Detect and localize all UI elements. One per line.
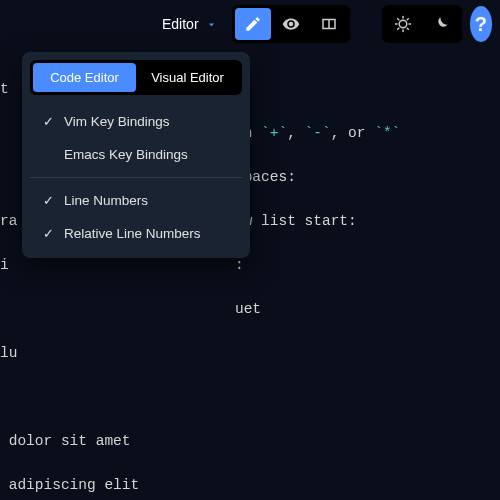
toolbar: Editor ? [0,0,500,48]
check-icon: ✓ [38,226,58,241]
check-icon: ✓ [38,193,58,208]
check-icon: ✓ [38,114,58,129]
tab-visual-editor[interactable]: Visual Editor [136,63,239,92]
split-icon [320,15,338,33]
menu-divider [30,177,242,178]
editor-dropdown-menu: Code Editor Visual Editor ✓ Vim Key Bind… [22,52,250,258]
chevron-down-icon [205,18,218,31]
split-mode-button[interactable] [311,8,347,40]
code-line: lu [0,342,500,364]
menu-item-relative-line-numbers[interactable]: ✓ Relative Line Numbers [30,217,242,250]
editor-mode-label: Editor [162,16,199,32]
view-mode-group [232,5,350,43]
code-line: dolor sit amet [0,430,500,452]
menu-item-emacs[interactable]: Emacs Key Bindings [30,138,242,171]
menu-item-label: Emacs Key Bindings [64,147,188,162]
tab-code-editor[interactable]: Code Editor [33,63,136,92]
sun-icon [394,15,412,33]
code-line: adipiscing elit [0,474,500,496]
dark-theme-button[interactable] [423,8,459,40]
light-theme-button[interactable] [385,8,421,40]
menu-item-vim[interactable]: ✓ Vim Key Bindings [30,105,242,138]
help-icon: ? [475,13,487,36]
menu-item-line-numbers[interactable]: ✓ Line Numbers [30,184,242,217]
code-line: uet [0,298,500,320]
menu-item-label: Relative Line Numbers [64,226,201,241]
preview-mode-button[interactable] [273,8,309,40]
help-button[interactable]: ? [470,6,492,42]
pencil-icon [244,15,262,33]
eye-icon [282,15,300,33]
edit-mode-button[interactable] [235,8,271,40]
moon-icon [432,15,450,33]
editor-type-tabs: Code Editor Visual Editor [30,60,242,95]
theme-group [382,5,462,43]
menu-item-label: Line Numbers [64,193,148,208]
editor-mode-dropdown-trigger[interactable]: Editor [156,12,224,36]
menu-item-label: Vim Key Bindings [64,114,170,129]
